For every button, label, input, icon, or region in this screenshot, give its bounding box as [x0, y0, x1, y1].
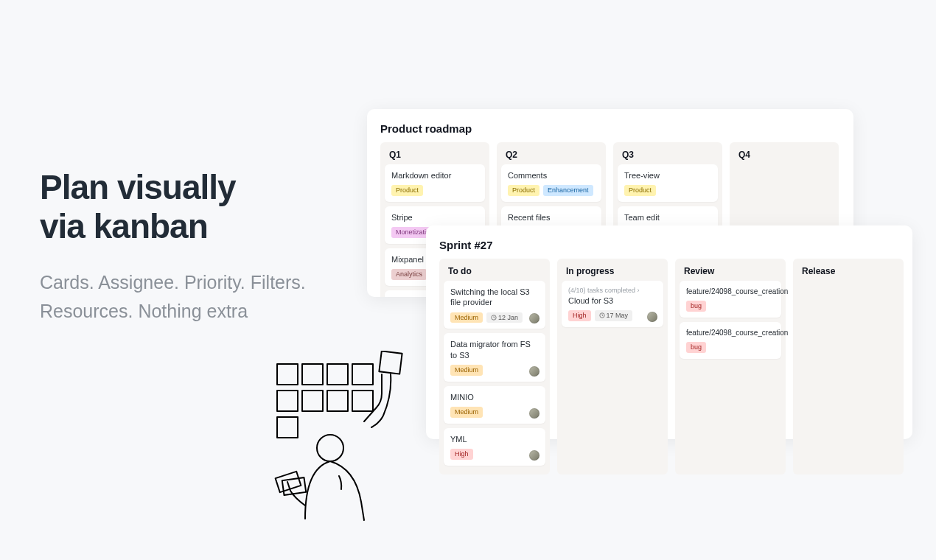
hero-block: Plan visually via kanban Cards. Assignee… — [40, 168, 320, 325]
card-title: Markdown editor — [391, 170, 478, 181]
card-title: Team edit — [624, 212, 711, 223]
tag-bug: bug — [686, 342, 706, 353]
card-subtask-progress: (4/10) tasks completed › — [568, 287, 657, 294]
roadmap-title: Product roadmap — [380, 122, 840, 135]
tag-date: 12 Jan — [486, 312, 523, 323]
col-header: Q4 — [734, 147, 834, 164]
card-title: Stripe — [391, 212, 478, 223]
card-title: feature/24098_course_creation — [686, 328, 775, 337]
hero-title: Plan visually via kanban — [40, 168, 320, 246]
svg-rect-9 — [379, 351, 402, 374]
sprint-board: To do Switching the local S3 file provid… — [439, 259, 899, 475]
hero-title-line2: via kanban — [40, 207, 208, 245]
col-header: Q2 — [501, 147, 601, 164]
col-header: Release — [797, 263, 899, 281]
kanban-person-illustration — [273, 351, 420, 528]
svg-rect-8 — [277, 417, 298, 438]
card-title: Switching the local S3 file provider — [450, 287, 539, 308]
card-treeview[interactable]: Tree-view Product — [618, 164, 718, 202]
tag-product: Product — [391, 185, 423, 196]
tag-priority-medium: Medium — [450, 365, 483, 376]
avatar[interactable] — [529, 450, 539, 461]
col-header: Review — [680, 263, 781, 281]
card-feature-branch-2[interactable]: feature/24098_course_creation bug — [680, 322, 781, 359]
sprint-title: Sprint #27 — [439, 239, 899, 251]
svg-rect-4 — [277, 391, 298, 411]
sprint-panel: Sprint #27 To do Switching the local S3 … — [426, 225, 912, 439]
clock-icon — [491, 315, 497, 321]
card-title: Data migrator from FS to S3 — [450, 339, 539, 360]
svg-rect-0 — [277, 364, 298, 385]
clock-icon — [599, 312, 605, 318]
col-header: To do — [444, 263, 545, 281]
tag-enhancement: Enhancement — [543, 185, 593, 196]
tag-priority-high: High — [450, 449, 473, 460]
card-markdown-editor[interactable]: Markdown editor Product — [385, 164, 485, 202]
card-minio[interactable]: MINIO Medium — [444, 386, 545, 424]
sprint-col-todo[interactable]: To do Switching the local S3 file provid… — [439, 259, 550, 475]
svg-rect-12 — [282, 477, 306, 495]
svg-rect-2 — [327, 364, 348, 385]
tag-priority-medium: Medium — [450, 407, 483, 418]
card-s3-provider[interactable]: Switching the local S3 file provider Med… — [444, 281, 545, 329]
card-title: YML — [450, 434, 539, 444]
card-feature-branch-1[interactable]: feature/24098_course_creation bug — [680, 281, 781, 318]
card-title: Tree-view — [624, 170, 711, 181]
card-cloud-s3[interactable]: (4/10) tasks completed › Cloud for S3 Hi… — [562, 281, 663, 327]
card-yml[interactable]: YML High — [444, 428, 545, 466]
hero-subtitle: Cards. Assignee. Priority. Filters. Reso… — [40, 268, 320, 326]
avatar[interactable] — [529, 408, 539, 419]
tag-product: Product — [508, 185, 539, 196]
sprint-col-inprogress[interactable]: In progress (4/10) tasks completed › Clo… — [557, 259, 668, 475]
sprint-col-review[interactable]: Review feature/24098_course_creation bug… — [675, 259, 786, 475]
tag-bug: bug — [686, 301, 706, 312]
sprint-col-release[interactable]: Release — [793, 259, 904, 475]
avatar[interactable] — [529, 366, 539, 377]
svg-rect-1 — [302, 364, 323, 385]
tag-priority-high: High — [568, 310, 591, 321]
card-title: feature/24098_course_creation — [686, 287, 775, 296]
svg-point-10 — [317, 435, 343, 461]
card-title: Cloud for S3 — [568, 295, 657, 306]
svg-rect-7 — [352, 391, 373, 411]
card-title: MINIO — [450, 392, 539, 402]
tag-date: 17 May — [595, 310, 633, 321]
avatar[interactable] — [647, 312, 657, 322]
svg-rect-5 — [302, 391, 323, 411]
col-header: Q1 — [385, 147, 485, 164]
tag-priority-medium: Medium — [450, 312, 483, 323]
card-title: Recent files — [508, 212, 595, 223]
col-header: In progress — [562, 263, 663, 281]
tag-product: Product — [624, 185, 656, 196]
col-header: Q3 — [618, 147, 718, 164]
card-data-migrator[interactable]: Data migrator from FS to S3 Medium — [444, 333, 545, 381]
svg-rect-6 — [327, 391, 348, 411]
card-title: Comments — [508, 170, 595, 181]
card-comments[interactable]: Comments Product Enhancement — [501, 164, 601, 202]
tag-analytics: Analytics — [391, 269, 427, 280]
hero-title-line1: Plan visually — [40, 168, 236, 206]
svg-rect-3 — [352, 364, 373, 385]
